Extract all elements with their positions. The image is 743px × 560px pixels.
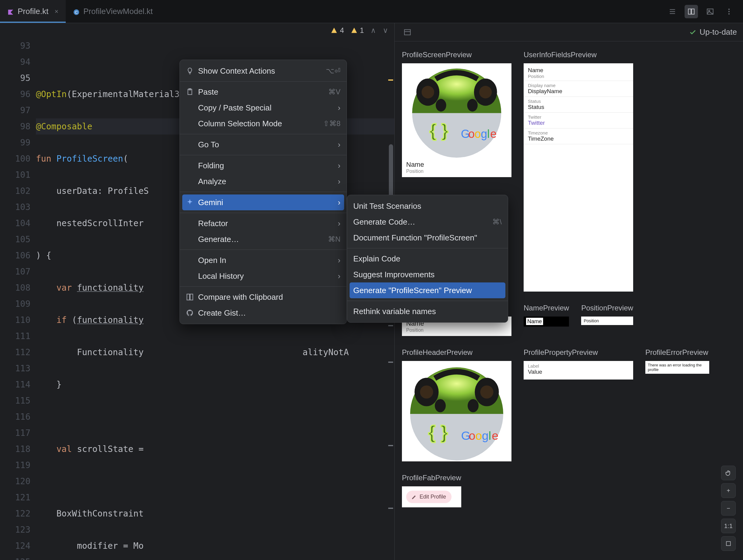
diff-icon xyxy=(186,293,194,301)
svg-text:e: e xyxy=(490,128,496,140)
github-icon xyxy=(186,309,194,317)
svg-point-29 xyxy=(435,399,446,412)
chevron-right-icon: › xyxy=(338,198,341,207)
image-view-icon[interactable] xyxy=(703,5,717,18)
svg-point-11 xyxy=(729,13,730,14)
svg-point-19 xyxy=(422,86,434,98)
close-icon[interactable]: × xyxy=(54,8,58,15)
chevron-right-icon: › xyxy=(338,256,341,265)
kotlin-class-icon: C xyxy=(73,8,80,15)
panel-layout-icon[interactable] xyxy=(401,26,414,39)
menu-document-function[interactable]: Document Function "ProfileScreen" xyxy=(347,230,508,246)
fit-screen-icon[interactable] xyxy=(721,536,736,551)
menu-generate-code[interactable]: Generate Code… ⌘\ xyxy=(347,214,508,230)
svg-rect-6 xyxy=(692,9,694,14)
menu-open-in[interactable]: Open In › xyxy=(180,252,347,268)
pan-icon[interactable] xyxy=(721,466,736,480)
gemini-icon xyxy=(186,199,194,206)
preview-profile-header[interactable]: ProfileHeaderPreview { } G o o g l e xyxy=(402,348,512,461)
build-status: Up-to-date xyxy=(689,28,737,37)
menu-create-gist[interactable]: Create Gist… xyxy=(180,305,347,321)
svg-rect-5 xyxy=(688,9,691,14)
preview-user-info-fields[interactable]: UserInfoFieldsPreview NamePosition Displ… xyxy=(524,50,633,292)
preview-name[interactable]: NamePreview Name xyxy=(524,304,569,336)
tab-label: ProfileViewModel.kt xyxy=(83,7,153,16)
tab-profile-viewmodel-kt[interactable]: C ProfileViewModel.kt xyxy=(66,0,160,23)
svg-point-16 xyxy=(467,99,477,112)
preview-header: Up-to-date xyxy=(395,23,743,41)
split-view-icon[interactable] xyxy=(685,5,698,18)
svg-rect-45 xyxy=(187,294,189,300)
svg-text:o: o xyxy=(475,429,482,442)
menu-explain-code[interactable]: Explain Code xyxy=(347,251,508,267)
kotlin-file-icon xyxy=(7,8,14,15)
preview-profile-property[interactable]: ProfilePropertyPreview Label Value xyxy=(524,348,633,461)
chevron-right-icon: › xyxy=(338,271,341,281)
bulb-icon xyxy=(186,67,194,75)
svg-rect-42 xyxy=(726,542,730,546)
menu-analyze[interactable]: Analyze › xyxy=(180,173,347,189)
editor-tab-bar: Profile.kt × C ProfileViewModel.kt xyxy=(0,0,743,23)
svg-point-33 xyxy=(420,385,433,398)
preview-zoom-controls: + − 1:1 xyxy=(721,466,736,551)
zoom-out-icon[interactable]: − xyxy=(721,501,736,516)
context-menu: Show Context Actions ⌥⏎ Paste ⌘V Copy / … xyxy=(179,60,347,324)
menu-rethink-variable-names[interactable]: Rethink variable names xyxy=(347,303,508,319)
preview-profile-fab[interactable]: ProfileFabPreview Edit Profile xyxy=(402,474,461,507)
menu-go-to[interactable]: Go To › xyxy=(180,137,347,153)
menu-unit-test-scenarios[interactable]: Unit Test Scenarios xyxy=(347,198,508,214)
chevron-right-icon: › xyxy=(338,103,341,113)
svg-text:o: o xyxy=(469,429,476,442)
menu-suggest-improvements[interactable]: Suggest Improvements xyxy=(347,267,508,283)
svg-text:l: l xyxy=(487,128,489,140)
zoom-ratio[interactable]: 1:1 xyxy=(721,519,736,533)
menu-refactor[interactable]: Refactor › xyxy=(180,215,347,231)
weak-warning-count[interactable]: 1 xyxy=(351,26,364,35)
svg-text:l: l xyxy=(488,429,491,442)
avatar-image: { } G o o g l e xyxy=(402,63,512,158)
zoom-in-icon[interactable]: + xyxy=(721,483,736,498)
chevron-right-icon: › xyxy=(338,161,341,170)
menu-generate-preview[interactable]: Generate "ProfileScreen" Preview xyxy=(350,283,506,298)
svg-text:g: g xyxy=(482,429,489,442)
svg-text:C: C xyxy=(75,10,78,14)
menu-column-selection[interactable]: Column Selection Mode ⇧⌘8 xyxy=(180,116,347,131)
prev-highlight-icon[interactable]: ∧ xyxy=(370,26,376,35)
menu-copy-paste-special[interactable]: Copy / Paste Special › xyxy=(180,100,347,116)
svg-text:e: e xyxy=(492,429,498,442)
warning-count[interactable]: 4 xyxy=(331,26,344,35)
avatar-image: { } G o o g l e xyxy=(402,361,512,461)
line-gutter: 93949596979899 100101102103104105106 107… xyxy=(0,38,36,560)
svg-rect-46 xyxy=(190,294,193,300)
gemini-submenu: Unit Test Scenarios Generate Code… ⌘\ Do… xyxy=(347,195,508,322)
menu-generate[interactable]: Generate… ⌘N xyxy=(180,231,347,247)
editor-inspections-bar: 4 1 ∧ ∨ xyxy=(0,23,394,38)
menu-folding[interactable]: Folding › xyxy=(180,158,347,173)
svg-point-20 xyxy=(479,86,492,98)
preview-position[interactable]: PositionPreview Position xyxy=(581,304,633,336)
menu-context-actions[interactable]: Show Context Actions ⌥⏎ xyxy=(180,63,347,79)
svg-text:{ }: { } xyxy=(429,121,448,140)
svg-text:{ }: { } xyxy=(428,422,448,442)
more-icon[interactable] xyxy=(722,5,736,18)
tab-label: Profile.kt xyxy=(18,7,48,16)
menu-compare-clipboard[interactable]: Compare with Clipboard xyxy=(180,289,347,305)
next-highlight-icon[interactable]: ∨ xyxy=(383,26,388,35)
menu-local-history[interactable]: Local History › xyxy=(180,268,347,284)
edit-profile-fab: Edit Profile xyxy=(406,490,451,503)
clipboard-icon xyxy=(186,88,194,96)
chevron-right-icon: › xyxy=(338,140,341,149)
svg-point-10 xyxy=(729,11,730,12)
menu-gemini[interactable]: Gemini › xyxy=(182,195,344,210)
menu-paste[interactable]: Paste ⌘V xyxy=(180,84,347,100)
list-view-icon[interactable] xyxy=(666,5,679,18)
chevron-right-icon: › xyxy=(338,219,341,228)
svg-point-34 xyxy=(480,385,493,398)
svg-text:o: o xyxy=(475,128,481,140)
preview-profile-error[interactable]: ProfileErrorPreview There was an error l… xyxy=(645,348,709,461)
chevron-right-icon: › xyxy=(338,177,341,186)
tab-bar-tools xyxy=(666,0,743,23)
svg-point-30 xyxy=(468,399,479,412)
svg-point-9 xyxy=(729,8,730,10)
tab-profile-kt[interactable]: Profile.kt × xyxy=(0,0,66,23)
